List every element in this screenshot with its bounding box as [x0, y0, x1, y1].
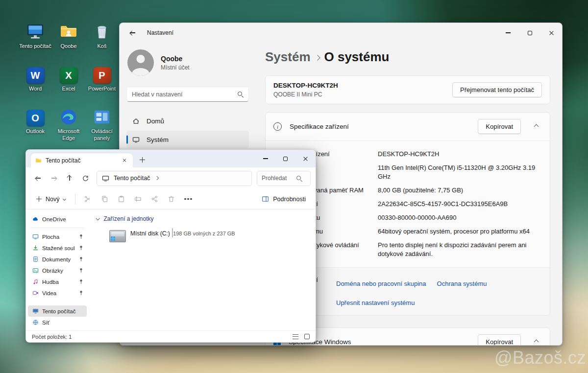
tab-close-icon[interactable]: [121, 157, 128, 164]
more-options-button[interactable]: [180, 192, 196, 207]
copy-device-specs-button[interactable]: Kopírovat: [478, 119, 521, 134]
close-button[interactable]: [295, 150, 316, 167]
sidebar-item-music[interactable]: Hudba: [28, 276, 87, 287]
drive-name: Místní disk (C:): [130, 230, 170, 237]
spec-row-product-id: ID produktu 00330-80000-00000-AA690: [287, 211, 542, 225]
network-icon: [32, 319, 39, 326]
plus-icon: [36, 196, 42, 202]
nav-back-button[interactable]: [31, 171, 46, 186]
chevron-up-icon[interactable]: [534, 340, 539, 345]
divider: [30, 228, 84, 228]
minimize-button[interactable]: [255, 150, 275, 167]
spec-row-system-type: Typ systému 64bitový operační systém, pr…: [287, 225, 542, 238]
nav-refresh-button[interactable]: [78, 171, 93, 186]
page-title: O systému: [324, 49, 390, 65]
nav-up-button[interactable]: [62, 171, 77, 186]
maximize-icon: [283, 157, 288, 161]
desktop-icon-excel[interactable]: X Excel: [52, 64, 85, 92]
drive-item-c[interactable]: Místní disk (C:) 198 GB volných z 237 GB: [109, 229, 309, 242]
minimize-button[interactable]: [497, 23, 519, 43]
close-icon: [549, 30, 554, 36]
desktop-icon-edge[interactable]: Microsoft Edge: [52, 107, 85, 141]
new-tab-button[interactable]: [136, 153, 148, 166]
search-icon: [237, 91, 244, 97]
sidebar-item-home[interactable]: Domů: [126, 112, 249, 130]
paste-button[interactable]: [114, 192, 129, 207]
sidebar-item-videos[interactable]: Videa: [28, 287, 87, 299]
share-button[interactable]: [147, 192, 162, 207]
rename-pc-button[interactable]: Přejmenovat tento počítač: [452, 82, 542, 97]
hard-drive-icon: [109, 230, 126, 242]
explorer-sidebar: OneDrive Plocha Stažené soubory Dokument…: [26, 210, 89, 330]
pin-icon: [78, 256, 84, 262]
cut-button[interactable]: [80, 192, 96, 207]
sidebar-item-pictures[interactable]: Obrázky: [28, 265, 87, 276]
maximize-button[interactable]: [275, 150, 295, 167]
explorer-tab[interactable]: Tento počítač: [31, 153, 133, 167]
desktop-icon-label: Microsoft Edge: [52, 128, 85, 141]
settings-nav: Domů Systém: [126, 112, 249, 148]
desktop-icon-outlook[interactable]: O Outlook: [19, 107, 52, 141]
sidebar-item-this-pc[interactable]: Tento počítač: [28, 305, 87, 317]
settings-search-box[interactable]: [126, 87, 249, 102]
details-view-icon[interactable]: [293, 334, 298, 339]
new-button[interactable]: Nový: [32, 193, 70, 206]
sidebar-item-network[interactable]: Síť: [28, 317, 87, 328]
drive-free-space: 198 GB volných z 237 GB: [173, 231, 235, 236]
desktop-icon-this-pc[interactable]: Tento počítač: [19, 22, 52, 49]
sidebar-item-desktop[interactable]: Plocha: [28, 231, 87, 242]
sidebar-item-downloads[interactable]: Stažené soubory: [28, 242, 87, 254]
chevron-up-icon[interactable]: [534, 124, 539, 129]
explorer-search-input[interactable]: [262, 175, 296, 182]
minimize-icon: [506, 32, 511, 33]
system-icon: [132, 136, 140, 143]
back-button[interactable]: [124, 25, 141, 40]
search-icon: [296, 175, 302, 182]
link-advanced-system-settings[interactable]: Upřesnit nastavení systému: [336, 299, 415, 306]
paste-icon: [118, 195, 125, 203]
group-header-devices-drives[interactable]: Zařízení a jednotky: [97, 215, 309, 222]
device-model: QOOBE II Mini PC: [273, 91, 338, 98]
maximize-button[interactable]: [519, 23, 540, 43]
device-specs-header[interactable]: Specifikace zařízení Kopírovat: [266, 113, 550, 140]
pin-icon: [78, 279, 84, 285]
desktop-icon-powerpoint[interactable]: P PowerPoint: [85, 64, 119, 92]
folder-icon: [35, 157, 42, 163]
address-bar[interactable]: Tento počítač: [97, 171, 252, 186]
desktop-icon-label: Tento počítač: [19, 43, 51, 49]
breadcrumb-parent[interactable]: Systém: [265, 49, 311, 65]
cut-icon: [84, 195, 92, 203]
copy-windows-specs-button[interactable]: Kopírovat: [478, 334, 521, 346]
chevron-right-icon[interactable]: [155, 176, 159, 180]
tab-title: Tento počítač: [46, 157, 80, 164]
minimize-icon: [263, 158, 268, 159]
large-icons-view-icon[interactable]: [304, 334, 310, 339]
sidebar-item-onedrive[interactable]: OneDrive: [28, 213, 87, 225]
breadcrumb: Systém O systému: [265, 49, 550, 65]
sidebar-item-documents[interactable]: Dokumenty: [28, 254, 87, 265]
desktop-icon-word[interactable]: W Word: [19, 64, 52, 92]
back-arrow-icon: [130, 30, 136, 36]
maximize-icon: [528, 31, 532, 35]
copy-button[interactable]: [97, 192, 112, 207]
desktop-icon-qoobe[interactable]: Qoobe: [52, 22, 85, 49]
account-type: Místní účet: [161, 64, 190, 71]
command-bar: Nový Podrobnosti: [26, 189, 316, 210]
settings-search-input[interactable]: [132, 91, 237, 98]
back-arrow-icon: [35, 175, 41, 181]
link-system-protection[interactable]: Ochrana systému: [437, 280, 487, 287]
link-domain-workgroup[interactable]: Doména nebo pracovní skupina: [336, 280, 426, 287]
delete-button[interactable]: [164, 192, 179, 207]
details-toggle-button[interactable]: Podrobnosti: [258, 192, 310, 206]
desktop-icon-control-panel[interactable]: Ovládací panely: [85, 107, 119, 141]
delete-icon: [168, 195, 175, 203]
desktop-icon-grid: Tento počítač Qoobe Koš W Word X Excel: [19, 22, 119, 141]
desktop-icon-recycle-bin[interactable]: Koš: [85, 22, 119, 49]
close-button[interactable]: [540, 23, 562, 43]
explorer-search-box[interactable]: [257, 171, 311, 186]
rename-button[interactable]: [130, 192, 146, 207]
account-summary[interactable]: Qoobe Místní účet: [127, 49, 248, 76]
sidebar-item-system[interactable]: Systém: [126, 131, 249, 148]
settings-titlebar: Nastavení: [120, 23, 562, 43]
nav-forward-button[interactable]: [47, 171, 61, 186]
